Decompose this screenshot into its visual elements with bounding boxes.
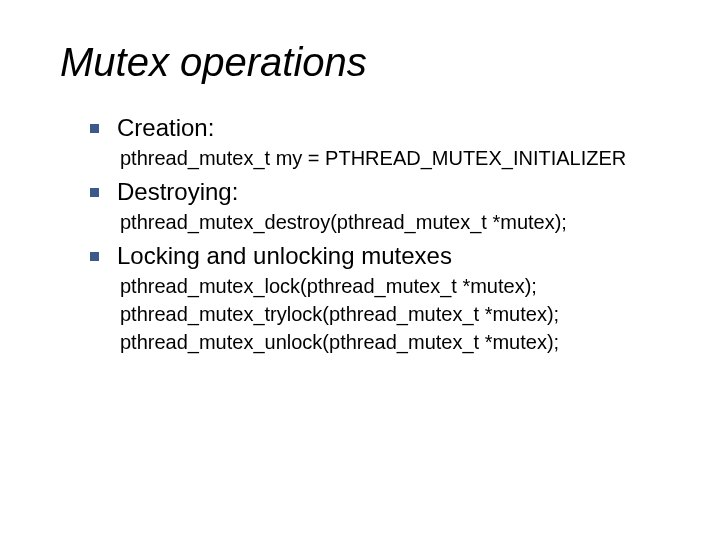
slide-title: Mutex operations [60, 40, 680, 85]
code-line: pthread_mutex_trylock(pthread_mutex_t *m… [120, 301, 680, 327]
code-line: pthread_mutex_unlock(pthread_mutex_t *mu… [120, 329, 680, 355]
list-item: Locking and unlocking mutexes [90, 241, 680, 271]
code-line: pthread_mutex_t my = PTHREAD_MUTEX_INITI… [120, 145, 680, 171]
item-label: Destroying: [117, 177, 238, 207]
code-line: pthread_mutex_destroy(pthread_mutex_t *m… [120, 209, 680, 235]
slide: Mutex operations Creation: pthread_mutex… [0, 0, 720, 540]
list-item: Creation: [90, 113, 680, 143]
bullet-icon [90, 188, 99, 197]
code-line: pthread_mutex_lock(pthread_mutex_t *mute… [120, 273, 680, 299]
bullet-icon [90, 124, 99, 133]
item-label: Locking and unlocking mutexes [117, 241, 452, 271]
bullet-icon [90, 252, 99, 261]
list-item: Destroying: [90, 177, 680, 207]
item-label: Creation: [117, 113, 214, 143]
